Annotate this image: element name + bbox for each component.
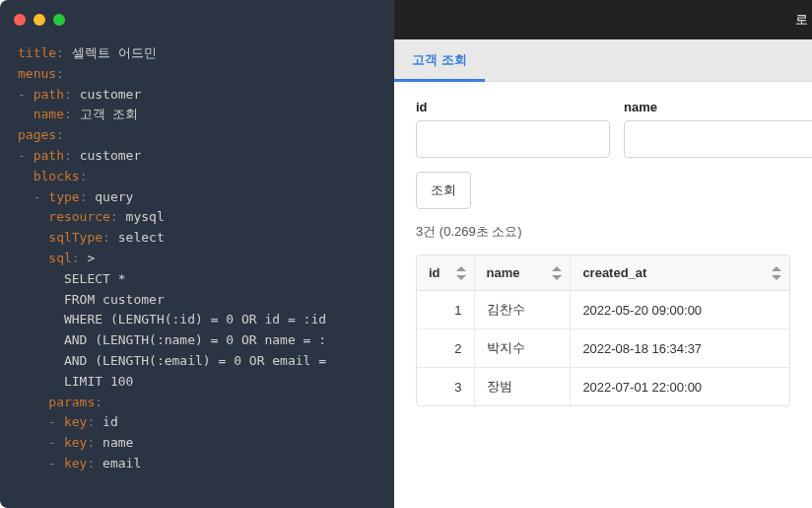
query-button[interactable]: 조회 <box>416 172 471 209</box>
name-input[interactable] <box>624 120 812 158</box>
yaml-source[interactable]: title: 셀렉트 어드민 menus: - path: customer n… <box>0 34 394 484</box>
cell-id: 1 <box>417 291 474 329</box>
admin-panel: 로 고객 조회 id name email 조회 3건 (0.26 <box>394 0 812 508</box>
cell-name: 김찬수 <box>474 291 571 329</box>
table-body: 1김찬수2022-05-20 09:00:002박지수2022-08-18 16… <box>417 291 789 406</box>
table-row[interactable]: 3장범2022-07-01 22:00:00 <box>417 368 789 406</box>
column-header-name[interactable]: name <box>474 255 571 291</box>
table-row[interactable]: 2박지수2022-08-18 16:34:37 <box>417 329 789 368</box>
topbar: 로 <box>394 0 812 39</box>
id-input[interactable] <box>416 120 610 158</box>
topbar-right-text[interactable]: 로 <box>795 11 808 29</box>
sort-icon[interactable] <box>552 266 562 280</box>
minimize-icon[interactable] <box>34 14 45 26</box>
content: id name email 조회 3건 (0.269초 소요) id name … <box>394 82 812 424</box>
code-editor-panel: title: 셀렉트 어드민 menus: - path: customer n… <box>0 0 394 508</box>
results-table: id name created_at 1김찬수2022-05-20 09:00:… <box>416 254 790 406</box>
tabs: 고객 조회 <box>394 39 812 82</box>
field-name: name <box>624 100 812 158</box>
result-status: 3건 (0.269초 소요) <box>416 223 790 241</box>
cell-id: 2 <box>417 329 474 368</box>
cell-name: 장범 <box>474 368 571 406</box>
cell-created_at: 2022-07-01 22:00:00 <box>571 368 789 406</box>
table-header-row: id name created_at <box>417 255 789 291</box>
zoom-icon[interactable] <box>53 14 65 26</box>
window-controls <box>0 0 394 34</box>
cell-id: 3 <box>417 368 474 406</box>
field-id: id <box>416 100 610 158</box>
field-label: name <box>624 100 812 114</box>
column-header-created_at[interactable]: created_at <box>571 255 789 291</box>
search-fields: id name email <box>416 100 790 158</box>
column-header-id[interactable]: id <box>417 255 474 291</box>
form-actions: 조회 <box>416 172 790 209</box>
close-icon[interactable] <box>14 14 26 26</box>
field-label: id <box>416 100 610 114</box>
tab-customer-lookup[interactable]: 고객 조회 <box>394 39 485 81</box>
table-row[interactable]: 1김찬수2022-05-20 09:00:00 <box>417 291 789 329</box>
cell-created_at: 2022-08-18 16:34:37 <box>571 329 789 368</box>
sort-icon[interactable] <box>456 266 466 280</box>
cell-name: 박지수 <box>474 329 571 368</box>
tab-label: 고객 조회 <box>412 52 467 67</box>
sort-icon[interactable] <box>772 266 781 280</box>
cell-created_at: 2022-05-20 09:00:00 <box>571 291 789 329</box>
